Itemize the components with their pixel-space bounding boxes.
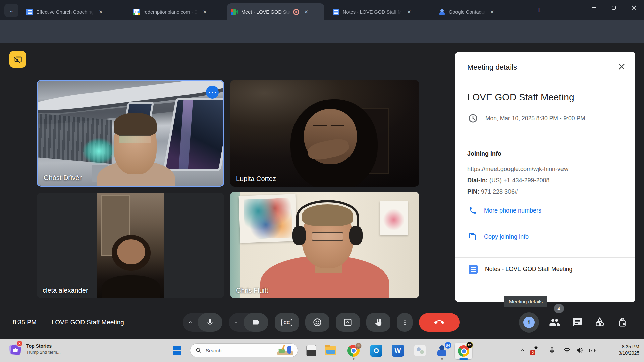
tray-battery[interactable] (586, 344, 598, 357)
tile-more-options-icon[interactable] (206, 86, 219, 99)
reactions-button[interactable] (305, 313, 329, 332)
camera-button-group[interactable] (229, 313, 268, 332)
keyboard-blocked-icon[interactable] (9, 51, 26, 68)
tray-clock[interactable]: 8:35 PM 3/10/2025 (619, 344, 639, 356)
meeting-name-text: LOVE GOD Staff Meeting (52, 319, 124, 326)
participant-name: Lupita Cortez (236, 175, 276, 183)
chat-button[interactable] (571, 313, 584, 332)
mic-options-chevron-icon[interactable] (183, 320, 198, 325)
tab-meet-active[interactable]: Meet - LOVE GOD Sta ✕ (227, 3, 324, 20)
meeting-title: LOVE GOD Staff Meeting (467, 92, 574, 103)
attached-notes-doc[interactable]: Notes - LOVE GOD Staff Meeting (469, 265, 572, 274)
meeting-details-tooltip: Meeting details (504, 296, 547, 307)
tray-time: 8:35 PM (619, 344, 639, 350)
tab-close-icon[interactable]: ✕ (405, 8, 413, 16)
show-everyone-button[interactable] (548, 313, 561, 332)
speaker-icon (576, 347, 583, 354)
tab-effective-church[interactable]: Effective Church Coaching ✕ (22, 3, 118, 20)
participant-name: Chris Fluitt (236, 287, 268, 294)
widget-title: Top Stories (26, 343, 61, 349)
raise-hand-button[interactable] (366, 313, 390, 332)
taskbar-app-file-explorer[interactable] (324, 344, 337, 357)
pin-line: PIN: 971 228 306# (467, 188, 518, 195)
tab-title: Google Contacts (449, 9, 485, 15)
taskbar-app-chrome-profile[interactable] (347, 344, 360, 357)
taskbar-app-chrome-active[interactable]: RC (455, 343, 472, 359)
tray-app-icon[interactable]: 2 (530, 344, 542, 357)
taskbar-app-pending[interactable] (413, 344, 427, 357)
video-tile-ghost-driver[interactable]: Ghôst Drïvêr (37, 80, 224, 187)
meeting-details-button[interactable]: i (519, 312, 539, 333)
start-button[interactable] (171, 344, 183, 356)
taskbar-app-people[interactable]: 84 (435, 344, 449, 357)
info-icon: i (523, 317, 535, 328)
widget-badge: 3 (16, 340, 23, 347)
camera-icon[interactable] (244, 313, 268, 332)
tab-close-icon[interactable]: ✕ (201, 8, 209, 16)
meeting-datetime: Mon, Mar 10, 2025 8:30 PM - 9:00 PM (485, 115, 585, 122)
taskbar-app-outlook[interactable]: O (370, 344, 383, 357)
video-tile-chris-fluitt[interactable]: Chris Fluitt (230, 192, 419, 298)
tray-volume[interactable] (574, 344, 586, 357)
participant-name: cleta alexander (43, 287, 88, 294)
present-icon (343, 318, 353, 327)
chat-icon (572, 317, 583, 328)
tab-google-contacts[interactable]: Google Contacts ✕ (435, 3, 529, 20)
camera-options-chevron-icon[interactable] (229, 320, 244, 325)
profile-badge: RC (466, 342, 473, 348)
tab-search-button[interactable]: ⌄ (4, 4, 18, 17)
tab-close-icon[interactable]: ✕ (97, 8, 104, 16)
close-window-button[interactable] (624, 0, 644, 15)
microphone-icon[interactable] (198, 313, 222, 332)
more-phone-numbers-link[interactable]: More phone numbers (469, 206, 541, 215)
call-end-icon (434, 317, 444, 327)
microphone-icon (549, 347, 555, 354)
word-icon: W (392, 345, 404, 357)
folder-icon (325, 346, 336, 355)
windows-taskbar: 3 Top Stories Trump 2nd term... Search O… (0, 339, 644, 362)
present-screen-button[interactable] (336, 313, 360, 332)
panel-title: Meeting details (467, 63, 517, 72)
raise-hand-icon (374, 318, 383, 327)
divider (455, 257, 635, 258)
tray-show-hidden-icons[interactable] (517, 344, 529, 357)
windows-logo-icon (173, 346, 181, 355)
maximize-button[interactable] (604, 0, 624, 15)
taskbar-app-word[interactable]: W (391, 344, 405, 357)
tray-wifi[interactable] (561, 344, 573, 357)
taskbar-search[interactable]: Search (190, 343, 298, 357)
activities-shapes-icon (594, 317, 605, 328)
panel-controls: i (519, 313, 629, 332)
copy-joining-info-link[interactable]: Copy joining info (469, 233, 529, 241)
google-docs-icon (469, 265, 478, 274)
active-indicator (459, 358, 468, 360)
tab-notes[interactable]: Notes - LOVE GOD Staff M ✕ (329, 3, 425, 20)
video-tile-lupita-cortez[interactable]: Lupita Cortez (230, 80, 419, 187)
more-vertical-icon (401, 319, 409, 326)
search-highlight-art (276, 345, 295, 356)
tab-close-icon[interactable]: ✕ (303, 8, 310, 16)
search-placeholder: Search (206, 348, 276, 353)
faded-app-icon (414, 345, 426, 356)
mic-button-group[interactable] (183, 313, 222, 332)
minimize-button[interactable] (584, 0, 604, 15)
news-widget[interactable]: 3 Top Stories Trump 2nd term... (9, 342, 61, 356)
more-options-button[interactable] (397, 313, 413, 332)
captions-button[interactable]: CC (275, 313, 299, 332)
tab-redemptionplano[interactable]: 10 redemptionplano.com - C ✕ (129, 3, 222, 20)
participant-name: Ghôst Drïvêr (44, 174, 82, 182)
video-tile-cleta-alexander[interactable]: cleta alexander (37, 193, 224, 298)
tab-close-icon[interactable]: ✕ (488, 8, 496, 16)
close-panel-icon[interactable] (616, 62, 627, 72)
outlook-icon: O (370, 345, 382, 357)
clip-app-icon: 2 (532, 346, 540, 355)
new-tab-button[interactable]: + (537, 5, 541, 15)
join-url: https://meet.google.com/wjk-hinn-vew (467, 166, 568, 173)
running-indicator (441, 358, 443, 360)
taskbar-app-photos[interactable] (305, 344, 318, 357)
activities-button[interactable] (593, 313, 606, 332)
leave-call-button[interactable] (419, 313, 460, 332)
tray-microphone[interactable] (546, 344, 558, 357)
image-app-icon (306, 345, 316, 356)
host-controls-button[interactable] (615, 313, 629, 332)
